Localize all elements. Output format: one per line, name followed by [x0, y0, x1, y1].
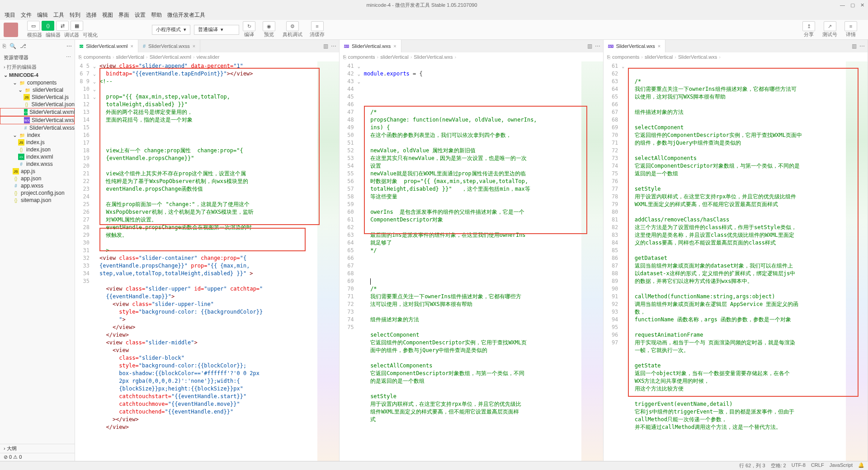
more-icon[interactable]: ⋯ — [66, 54, 71, 61]
tree-item-index.wxml[interactable]: <> index.wxml — [0, 153, 75, 160]
split-icon[interactable]: ▥ — [323, 43, 328, 49]
clear-cache-action[interactable]: ≡清缓存 — [310, 21, 325, 38]
more-icon[interactable]: ⋯ — [331, 43, 336, 49]
titlebar: minicode-4 - 微信开发者工具 Stable 1.05.2107090… — [0, 0, 868, 10]
mode-select[interactable]: 小程序模式 ▾ — [152, 25, 190, 35]
tree-item-app.json[interactable]: {} app.json — [0, 175, 75, 182]
close-tab-icon[interactable]: × — [658, 43, 660, 49]
menu-转到[interactable]: 转到 — [67, 11, 83, 19]
compile-action[interactable]: ↻编译 — [243, 21, 255, 38]
close-tab-icon[interactable]: × — [131, 43, 133, 49]
breadcrumb[interactable]: ⎘ components › sliderVertical › SliderVe… — [340, 52, 604, 61]
js-icon: JS — [18, 139, 24, 146]
close-tab-icon[interactable]: × — [193, 43, 195, 49]
status-diag[interactable]: ⊘ 0 ⚠ 0 — [0, 453, 75, 461]
simulator-button[interactable]: ▭ — [27, 21, 40, 31]
outline-section[interactable]: › 大纲 — [0, 444, 75, 453]
tree-item-project.config.json[interactable]: {} project.config.json — [0, 189, 75, 197]
tree-item-index.json[interactable]: {} index.json — [0, 146, 75, 153]
debugger-button[interactable]: ⇄ — [56, 21, 69, 31]
tree-item-SliderVertical.js[interactable]: JS SliderVertical.js — [0, 94, 75, 101]
avatar[interactable] — [4, 23, 18, 37]
menu-工具[interactable]: 工具 — [51, 11, 67, 19]
remote-debug-action[interactable]: ⚙真机调试 — [283, 21, 302, 38]
compile-select[interactable]: 普通编译 ▾ — [194, 25, 239, 35]
tab-SliderVertical.wxml[interactable]: <> SliderVertical.wxml × — [75, 40, 138, 52]
menu-界面[interactable]: 界面 — [116, 11, 132, 19]
search-icon[interactable]: 🔍 — [9, 43, 16, 49]
visual-label: 可视化 — [83, 32, 98, 38]
tree-item-SliderVertical.json[interactable]: {} SliderVertical.json — [0, 101, 75, 108]
code-area[interactable]: 41 42 43 44 45 46 47 48 49 50 51 52 53 5… — [340, 61, 604, 461]
code-area[interactable]: 61 62 63 64 65 66 67 68 69 70 71 72 73 7… — [604, 61, 868, 461]
tree-item-index.js[interactable]: JS index.js — [0, 139, 75, 146]
tree-item-app.wxss[interactable]: # app.wxss — [0, 182, 75, 189]
more-icon[interactable]: ⋯ — [859, 43, 865, 49]
preview-action[interactable]: ◉预览 — [263, 21, 275, 38]
menu-文件[interactable]: 文件 — [18, 11, 34, 19]
tree-item-index.wxss[interactable]: # index.wxss — [0, 160, 75, 168]
tree-item-app.js[interactable]: JS app.js — [0, 168, 75, 175]
tree-item-components[interactable]: ⌄ 📁 components — [0, 79, 75, 86]
debugger-label: 调试器 — [64, 32, 79, 38]
editor-pane-3: WX SliderVertical.wxs ×▥⋯ ⎘ components ›… — [604, 40, 868, 461]
share-action[interactable]: ↥分享 — [802, 21, 815, 38]
tab-SliderVertical.wxss[interactable]: # SliderVertical.wxss × — [138, 40, 200, 52]
tree-item-sitemap.json[interactable]: {} sitemap.json — [0, 197, 75, 204]
visual-button[interactable]: ▦ — [71, 21, 83, 31]
tree-item-SliderVertical.wxss[interactable]: # SliderVertical.wxss — [0, 124, 75, 132]
eol[interactable]: CRLF — [811, 462, 824, 469]
minimap[interactable] — [846, 61, 868, 461]
minimize-icon[interactable]: — — [840, 2, 845, 8]
menu-设置[interactable]: 设置 — [132, 11, 148, 19]
json-icon: {} — [18, 146, 24, 153]
details-action[interactable]: ≡详情 — [844, 21, 857, 38]
code-area[interactable]: 4 5 6 7 8 9 10 11 12 13 14 15 16 17 18 1… — [75, 61, 339, 461]
test-action[interactable]: ↗测试号 — [822, 21, 837, 38]
open-editors-section[interactable]: › 打开的编辑器 — [0, 63, 75, 71]
close-tab-icon[interactable]: × — [393, 43, 396, 49]
menu-编辑[interactable]: 编辑 — [34, 11, 51, 19]
json-icon: {} — [24, 101, 30, 108]
wxs-icon: WX — [24, 117, 30, 123]
tab-SliderVertical.wxs[interactable]: WX SliderVertical.wxs × — [340, 40, 401, 52]
tree-item-sliderVertical[interactable]: ⌄ 📁 sliderVertical — [0, 86, 75, 94]
project-section[interactable]: ⌄ MINICODE-4 — [0, 71, 75, 79]
menu-项目[interactable]: 项目 — [2, 11, 18, 19]
minimap[interactable] — [317, 61, 339, 461]
bell-icon[interactable]: 🔔 — [858, 462, 864, 469]
encoding[interactable]: UTF-8 — [792, 462, 806, 469]
wxs-icon: WX — [608, 45, 613, 48]
indent[interactable]: 空格: 2 — [771, 462, 786, 469]
tree-item-index[interactable]: ⌄ 📁 index — [0, 132, 75, 139]
close-icon[interactable]: ✕ — [860, 2, 864, 8]
wxs-icon: WX — [344, 45, 349, 48]
copy-icon[interactable]: ⎘ — [3, 43, 6, 49]
sidebar: ⎘ 🔍 ⎇ ⋯ 资源管理器⋯ › 打开的编辑器 ⌄ MINICODE-4 ⌄ 📁… — [0, 40, 75, 461]
tree-item-SliderVertical.wxs[interactable]: WX SliderVertical.wxs — [0, 116, 75, 124]
wxss-icon: # — [24, 125, 28, 131]
split-icon[interactable]: ▥ — [852, 43, 857, 49]
menu-微信开发者工具[interactable]: 微信开发者工具 — [165, 11, 208, 19]
menu-视图[interactable]: 视图 — [99, 11, 116, 19]
tree-item-SliderVertical.wxml[interactable]: <> SliderVertical.wxml — [0, 108, 75, 116]
more-icon[interactable]: ⋯ — [595, 43, 600, 49]
editor-button[interactable]: ⟨⟩ — [42, 21, 54, 31]
editor-pane-2: WX SliderVertical.wxs ×▥⋯ ⎘ components ›… — [340, 40, 604, 461]
split-icon[interactable]: ▥ — [587, 43, 592, 49]
language[interactable]: JavaScript — [830, 462, 853, 469]
editor-label: 编辑器 — [46, 32, 61, 38]
menu-选择[interactable]: 选择 — [83, 11, 99, 19]
breadcrumb[interactable]: ⎘ components › sliderVertical › SliderVe… — [75, 52, 339, 61]
more-icon[interactable]: ⋯ — [66, 43, 72, 49]
maximize-icon[interactable]: ▢ — [850, 2, 855, 8]
tab-SliderVertical.wxs[interactable]: WX SliderVertical.wxs × — [604, 40, 665, 52]
cursor-pos[interactable]: 行 62，列 3 — [739, 462, 765, 469]
menu-帮助[interactable]: 帮助 — [148, 11, 165, 19]
breadcrumb[interactable]: ⎘ components › sliderVertical › SliderVe… — [604, 52, 868, 61]
js-icon: JS — [24, 94, 30, 100]
json-icon: {} — [13, 175, 19, 182]
branch-icon[interactable]: ⎇ — [20, 43, 26, 49]
minimap[interactable] — [581, 61, 603, 461]
wxss-icon: # — [18, 161, 24, 167]
